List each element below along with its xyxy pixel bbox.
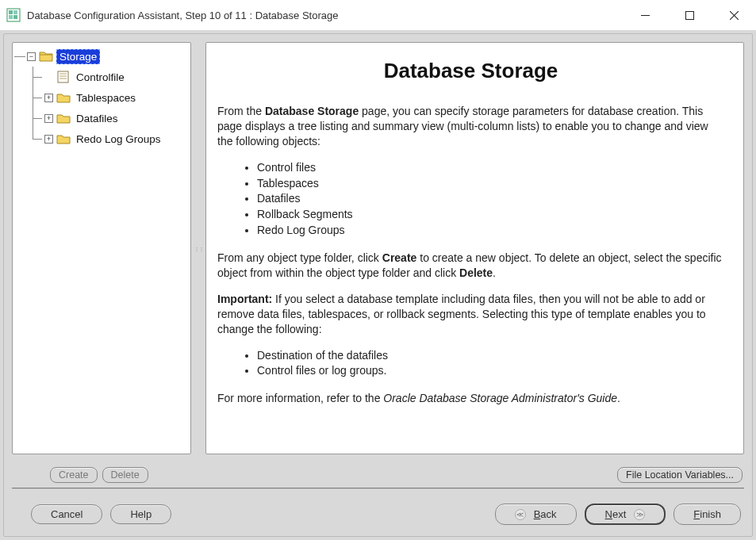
tree-node-tablespaces[interactable]: + Tablespaces <box>14 87 189 108</box>
expand-icon[interactable]: + <box>44 135 53 144</box>
file-icon <box>56 71 71 83</box>
maximize-button[interactable] <box>667 0 712 30</box>
finish-button[interactable]: Finish <box>673 504 741 525</box>
text: If you select a database template includ… <box>217 293 706 335</box>
create-delete-paragraph: From any object type folder, click Creat… <box>217 251 724 281</box>
splitter-handle[interactable]: ⋮⋮⋮ <box>194 42 198 454</box>
list-item: Rollback Segments <box>257 207 724 222</box>
bottom-toolbar: Cancel Help ≪ Back Next ≫ Finish <box>12 497 744 528</box>
svg-rect-6 <box>685 11 693 19</box>
delete-button[interactable]: Delete <box>102 467 148 483</box>
text-bold: Database Storage <box>265 105 359 117</box>
tree-node-storage[interactable]: − Storage <box>14 46 189 67</box>
expand-icon[interactable]: + <box>44 94 53 102</box>
list-item: Control files <box>257 160 724 175</box>
title-bar: Database Configuration Assistant, Step 1… <box>0 0 756 30</box>
list-item: Destination of the datafiles <box>257 348 724 363</box>
svg-rect-2 <box>13 10 17 14</box>
app-icon <box>6 8 21 22</box>
chevron-left-icon: ≪ <box>515 509 526 520</box>
text: . <box>617 392 620 404</box>
accel: N <box>605 508 612 520</box>
text: From any object type folder, click <box>217 251 382 264</box>
next-button[interactable]: Next ≫ <box>585 504 666 525</box>
tree-label: Storage <box>56 49 100 64</box>
tree-label: Controlfile <box>74 71 127 84</box>
page-heading: Database Storage <box>217 59 724 83</box>
objects-list: Control files Tablespaces Datafiles Roll… <box>257 160 724 238</box>
help-button[interactable]: Help <box>110 504 171 524</box>
tree-node-redolog[interactable]: + Redo Log Groups <box>14 128 189 149</box>
expand-icon[interactable]: + <box>44 114 53 123</box>
svg-rect-3 <box>9 15 13 19</box>
text: inish <box>700 508 721 520</box>
svg-rect-4 <box>13 15 17 19</box>
tree-node-datafiles[interactable]: + Datafiles <box>14 108 189 128</box>
back-button[interactable]: ≪ Back <box>495 504 577 525</box>
file-location-variables-button[interactable]: File Location Variables... <box>617 467 743 483</box>
minimize-button[interactable] <box>623 0 667 30</box>
template-list: Destination of the datafiles Control fil… <box>257 348 724 379</box>
svg-rect-1 <box>9 10 13 14</box>
text-bold: Delete <box>459 266 493 279</box>
list-item: Datafiles <box>257 191 724 206</box>
tree-panel[interactable]: − Storage Controlfile <box>12 42 191 454</box>
dialog-body: − Storage Controlfile <box>3 33 753 537</box>
collapse-icon[interactable]: − <box>27 52 36 61</box>
close-button[interactable] <box>712 0 756 30</box>
list-item: Redo Log Groups <box>257 223 724 238</box>
tree-label: Redo Log Groups <box>74 132 163 146</box>
reference-paragraph: For more information, refer to the Oracl… <box>217 391 724 406</box>
tree-node-controlfile[interactable]: Controlfile <box>14 67 189 87</box>
intro-paragraph: From the Database Storage page, you can … <box>217 104 724 149</box>
create-button[interactable]: Create <box>50 467 98 483</box>
text: For more information, refer to the <box>217 392 383 404</box>
cancel-button[interactable]: Cancel <box>31 504 102 524</box>
text: . <box>493 266 496 279</box>
text-bold: Create <box>382 251 417 264</box>
chevron-right-icon: ≫ <box>634 509 645 520</box>
window-title: Database Configuration Assistant, Step 1… <box>27 10 623 21</box>
text-italic: Oracle Database Storage Administrator's … <box>383 392 617 404</box>
svg-rect-9 <box>58 71 68 82</box>
tree-label: Datafiles <box>74 112 121 125</box>
text-bold: Important: <box>217 293 272 305</box>
content-panel: Database Storage From the Database Stora… <box>205 42 744 454</box>
tree-label: Tablespaces <box>74 91 138 105</box>
text: ack <box>540 508 556 520</box>
folder-icon <box>56 112 71 124</box>
folder-icon <box>56 91 71 104</box>
mid-toolbar: Create Delete File Location Variables... <box>12 462 744 489</box>
important-paragraph: Important: If you select a database temp… <box>217 292 724 337</box>
text: From the <box>217 105 265 117</box>
folder-open-icon <box>39 50 53 63</box>
window-controls <box>623 0 756 30</box>
list-item: Control files or log groups. <box>257 363 724 378</box>
text: ext <box>612 508 626 520</box>
folder-icon <box>56 132 71 145</box>
list-item: Tablespaces <box>257 176 724 191</box>
